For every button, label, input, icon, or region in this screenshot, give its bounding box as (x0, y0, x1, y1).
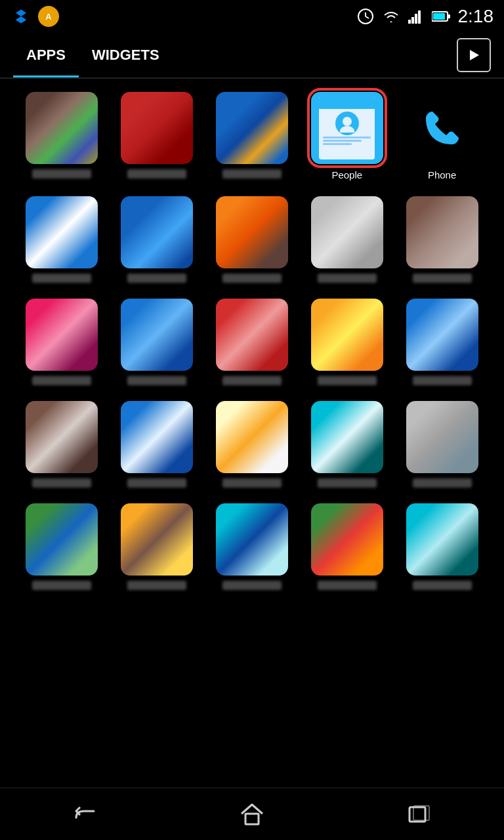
signal-icon (408, 9, 424, 24)
app-item[interactable] (304, 401, 389, 488)
app-item[interactable] (20, 401, 104, 488)
app-item-phone[interactable]: Phone (400, 92, 484, 180)
app-item[interactable] (115, 401, 200, 488)
app-icon (121, 401, 193, 473)
app-item[interactable] (400, 503, 484, 590)
app-icon (311, 401, 383, 473)
app-item[interactable] (210, 92, 295, 180)
svg-rect-8 (418, 10, 421, 24)
app-icon (26, 503, 98, 576)
store-button[interactable] (457, 38, 491, 72)
app-icon (406, 196, 478, 268)
status-bar: A 2:18 (0, 0, 504, 33)
back-icon (71, 805, 97, 824)
app-item[interactable] (210, 503, 295, 590)
home-button[interactable] (229, 798, 275, 831)
svg-rect-5 (408, 20, 411, 24)
app-item[interactable] (400, 196, 484, 283)
app-icon (216, 196, 288, 268)
app-label (318, 581, 377, 590)
app-grid: People Phone (0, 79, 504, 603)
app-icon (216, 401, 288, 473)
phone-label: Phone (428, 169, 456, 180)
tab-apps[interactable]: APPS (13, 33, 79, 77)
svg-point-14 (340, 126, 354, 133)
app-label (318, 478, 377, 488)
svg-marker-12 (470, 50, 479, 60)
app-item[interactable] (115, 299, 200, 385)
bottom-nav (0, 788, 504, 840)
app-item[interactable] (210, 196, 295, 283)
app-icon (311, 196, 383, 268)
play-icon (466, 47, 482, 63)
app-item[interactable] (115, 92, 200, 180)
app-item[interactable] (115, 503, 200, 590)
status-right-icons: 2:18 (357, 6, 494, 27)
app-item[interactable] (115, 196, 200, 283)
app-item[interactable] (400, 299, 484, 385)
status-left-icons: A (10, 6, 59, 27)
app-label (32, 169, 91, 178)
recents-button[interactable] (397, 798, 443, 831)
app-item[interactable] (210, 299, 295, 385)
app-item-people[interactable]: People (304, 92, 389, 180)
app-icon (406, 299, 478, 371)
app-icon (121, 503, 193, 576)
app-icon (121, 92, 193, 164)
app-icon (216, 299, 288, 371)
app-label (413, 376, 472, 385)
app-icon (121, 196, 193, 268)
app-label (32, 581, 91, 590)
svg-rect-10 (448, 14, 450, 18)
back-button[interactable] (61, 798, 107, 831)
app-label (127, 169, 186, 178)
app-label (127, 274, 186, 283)
app-label (413, 478, 472, 488)
svg-rect-7 (415, 14, 417, 24)
svg-line-4 (366, 16, 369, 18)
app-item[interactable] (20, 503, 104, 590)
app-label (318, 274, 377, 283)
app-label (413, 274, 472, 283)
app-icon (216, 92, 288, 164)
svg-text:A: A (45, 12, 52, 22)
app-label (222, 376, 282, 385)
app-icon (26, 401, 98, 473)
people-label: People (331, 169, 362, 180)
app-icon (26, 299, 98, 371)
app-item[interactable] (304, 503, 389, 590)
app-label (413, 581, 472, 590)
svg-point-13 (343, 117, 352, 126)
app-icon (216, 503, 288, 576)
app-item[interactable] (20, 196, 104, 283)
app-icon (311, 503, 383, 576)
app-item[interactable] (304, 196, 389, 283)
svg-rect-6 (411, 17, 414, 24)
app-label (127, 478, 186, 488)
home-icon (240, 803, 264, 826)
app-label (222, 478, 282, 488)
svg-rect-15 (245, 814, 259, 824)
app-label (32, 376, 91, 385)
app-item[interactable] (20, 299, 104, 385)
tab-bar: APPS WIDGETS (0, 33, 504, 79)
app-item[interactable] (304, 299, 389, 385)
dropbox-icon (10, 6, 32, 27)
battery-icon (432, 10, 450, 22)
recents-icon (407, 805, 433, 824)
wifi-icon (382, 9, 400, 24)
app-label (32, 478, 91, 488)
app-label (127, 581, 186, 590)
tab-widgets[interactable]: WIDGETS (79, 33, 173, 77)
app-item[interactable] (210, 401, 295, 488)
app-icon (406, 401, 478, 473)
app-icon (121, 299, 193, 371)
app-label (222, 274, 282, 283)
app-label (127, 376, 186, 385)
app-icon (406, 503, 478, 576)
app-item[interactable] (400, 401, 484, 488)
app-item[interactable] (20, 92, 104, 180)
svg-rect-16 (410, 807, 425, 822)
app-icon (26, 92, 98, 164)
av-icon: A (38, 6, 59, 27)
